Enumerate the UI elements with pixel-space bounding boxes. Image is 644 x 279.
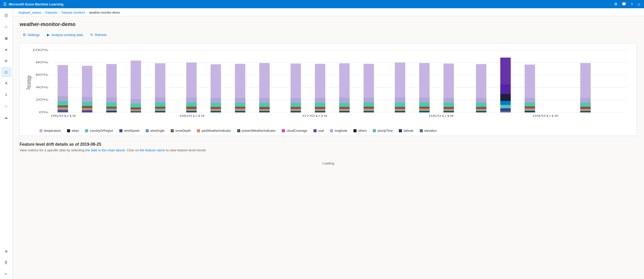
legend-item: snowDepth — [171, 129, 191, 133]
drift-chart[interactable]: 100% 80% 60% 40% 20% 0% Percentage — [24, 48, 632, 125]
legend-item: windSpeed — [119, 129, 139, 133]
legend-label: temperature — [44, 129, 61, 133]
chart-svg-wrapper[interactable]: 100% 80% 60% 40% 20% 0% Percentage — [24, 48, 632, 125]
bar-group-12 — [339, 63, 350, 112]
page-content: weather-monitor-demo ⚙ Settings ▶ Analyz… — [12, 16, 644, 279]
sidebar-item-data[interactable]: ⊞ — [1, 56, 11, 66]
svg-rect-34 — [106, 102, 117, 107]
legend-color-swatch — [85, 129, 88, 132]
legend-color-swatch — [197, 129, 200, 132]
legend-color-swatch — [119, 129, 122, 132]
help-icon[interactable]: ? — [631, 2, 633, 6]
svg-text:80%: 80% — [36, 61, 48, 64]
legend-color-swatch — [313, 129, 317, 132]
svg-text:09/01/19: 09/01/19 — [533, 115, 558, 118]
feedback-icon[interactable]: 💬 — [622, 2, 626, 6]
legend-item: elevation — [420, 129, 437, 133]
sidebar-item-monitor[interactable]: 🖥 — [1, 246, 11, 256]
legend-label: windSpeed — [124, 129, 139, 133]
breadcrumb-datasets[interactable]: Datasets — [45, 11, 57, 14]
svg-rect-22 — [57, 112, 68, 112]
svg-rect-57 — [186, 107, 196, 109]
breadcrumb-monitors[interactable]: Dataset monitors — [62, 11, 85, 14]
sidebar-item-compute[interactable]: □ — [1, 101, 11, 111]
legend-color-swatch — [282, 129, 285, 132]
svg-rect-157 — [580, 107, 591, 109]
svg-rect-74 — [235, 111, 245, 112]
svg-rect-88 — [291, 111, 301, 112]
svg-rect-39 — [106, 111, 117, 112]
svg-rect-142 — [500, 105, 511, 109]
legend-item: temperature — [39, 129, 61, 133]
drift-subtitle: View metrics for a specific date by sele… — [20, 148, 637, 152]
legend-label: longitude — [335, 129, 347, 133]
drift-date-link[interactable]: the date in the chart above — [85, 148, 125, 152]
legend-label: others — [358, 129, 367, 133]
top-bar-icons: ⚙ 💬 ? ☺ — [614, 2, 641, 6]
sidebar-item-dashboard[interactable]: ▦ — [1, 33, 11, 43]
main-layout: ☰ ⌂ ▦ ◈ ⊞ ⊡ ⚗ ⧖ □ ☁ 🖥 🗄 ✏ bugbash_eastus… — [0, 8, 644, 279]
sidebar-item-home[interactable]: ⌂ — [1, 22, 11, 32]
svg-rect-123 — [419, 111, 430, 112]
sidebar-item-cloud[interactable]: ☁ — [1, 112, 11, 123]
bar-group-8 — [235, 64, 245, 112]
svg-rect-151 — [525, 108, 535, 110]
legend-color-swatch — [39, 129, 43, 132]
svg-text:0%: 0% — [39, 111, 48, 114]
svg-rect-46 — [131, 111, 141, 112]
sidebar-item-datasets[interactable]: ⊡ — [1, 67, 11, 77]
refresh-btn-label: Refresh — [95, 33, 107, 37]
svg-rect-60 — [186, 111, 196, 112]
drift-subtitle-end: to view feature level trends — [165, 148, 206, 152]
sidebar-item-models[interactable]: ◈ — [1, 44, 11, 55]
legend-label: presentWeatherIndicator — [242, 129, 276, 133]
sidebar-item-experiments[interactable]: ⚗ — [1, 78, 11, 89]
bar-group-16 — [443, 64, 454, 112]
settings-icon[interactable]: ⚙ — [614, 2, 617, 6]
bar-group-11 — [315, 64, 325, 112]
legend-label: snowDepth — [175, 129, 191, 133]
svg-text:100%: 100% — [32, 48, 48, 51]
svg-rect-109 — [364, 111, 374, 112]
legend-label: wban — [72, 129, 79, 133]
legend-label: countryOrRegion — [90, 129, 113, 133]
svg-rect-92 — [315, 107, 325, 109]
account-icon[interactable]: ☺ — [637, 2, 641, 6]
sidebar-item-edit[interactable]: ✏ — [1, 269, 11, 279]
settings-btn-icon: ⚙ — [23, 33, 26, 37]
legend-item: windAngle — [146, 129, 164, 133]
svg-rect-158 — [580, 109, 591, 111]
svg-rect-105 — [364, 102, 374, 107]
legend-label: latitude — [403, 129, 414, 133]
bar-group-17 — [476, 64, 486, 112]
breadcrumb-sep-2: › — [59, 11, 60, 14]
sidebar-item-menu[interactable]: ☰ — [1, 10, 11, 21]
svg-rect-25 — [82, 102, 92, 106]
sidebar-item-data2[interactable]: 🗄 — [1, 257, 11, 268]
breadcrumb-bugbash[interactable]: bugbash_eastus — [19, 11, 41, 14]
svg-rect-56 — [186, 102, 196, 107]
settings-btn-label: Settings — [28, 33, 40, 37]
svg-rect-133 — [476, 103, 486, 108]
settings-button[interactable]: ⚙ Settings — [20, 31, 43, 38]
bar-group-7 — [211, 64, 221, 112]
legend-item: precipTime — [373, 129, 393, 133]
svg-rect-53 — [155, 111, 165, 112]
hamburger-icon[interactable]: ☰ — [3, 2, 7, 7]
sidebar-item-pipelines[interactable]: ⧖ — [1, 90, 11, 100]
svg-rect-91 — [315, 103, 325, 108]
legend-color-swatch — [146, 129, 149, 132]
legend-item: pastWeatherIndicator — [197, 129, 231, 133]
bar-group-3 — [106, 64, 117, 112]
svg-rect-146 — [500, 111, 511, 112]
svg-rect-141 — [500, 101, 511, 105]
svg-rect-95 — [315, 111, 325, 112]
refresh-button[interactable]: ↻ Refresh — [87, 31, 110, 38]
analyze-button[interactable]: ▶ Analyze existing data — [44, 31, 86, 38]
svg-text:08/01/19: 08/01/19 — [429, 115, 453, 118]
drift-subtitle-mid: . Click on — [125, 148, 140, 152]
svg-rect-81 — [259, 111, 270, 112]
bar-group-5 — [155, 63, 165, 112]
svg-text:05/01/19: 05/01/19 — [51, 115, 76, 118]
drift-feature-link[interactable]: the feature name — [140, 148, 165, 152]
